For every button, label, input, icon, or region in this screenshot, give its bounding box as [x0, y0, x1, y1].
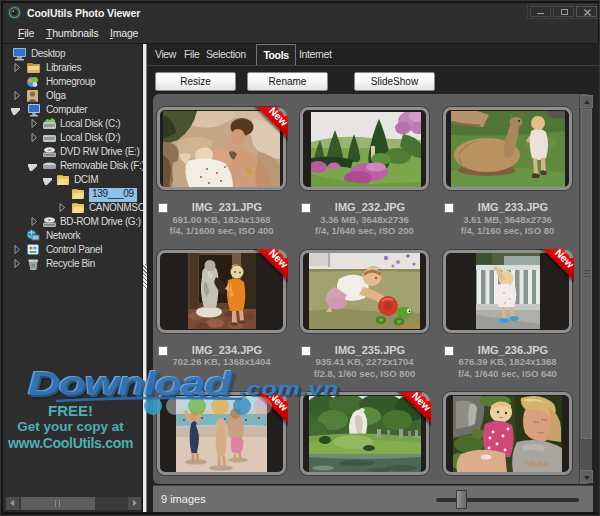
svg-text:10 07 2010: 10 07 2010 [397, 324, 420, 329]
svg-text:7 06 2010: 7 06 2010 [525, 461, 549, 467]
